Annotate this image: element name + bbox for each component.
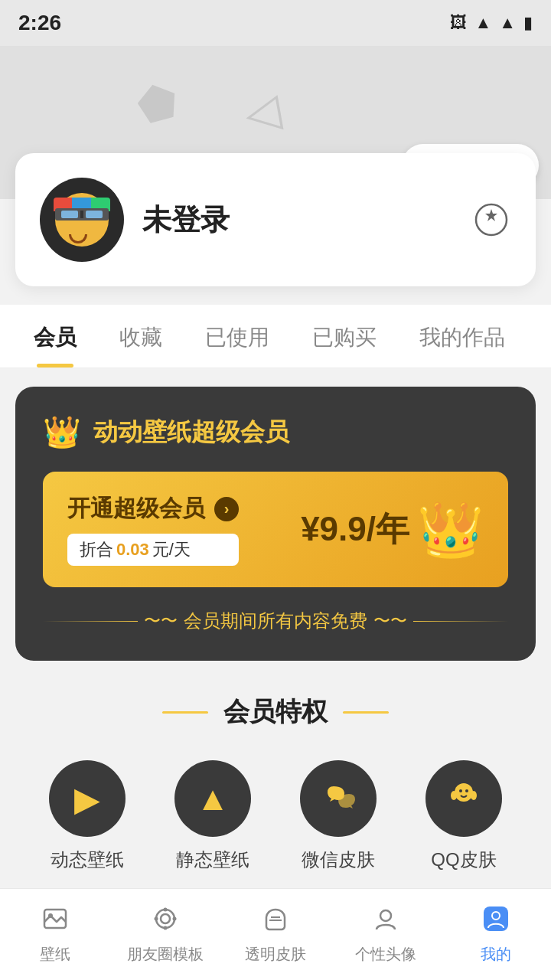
privilege-label-wechat: 微信皮肤 [302, 848, 375, 872]
image-icon: 🖼 [450, 13, 467, 33]
vip-footer-left-line [43, 621, 138, 622]
vip-footer-wave-left: 〜〜 [144, 609, 178, 632]
privilege-wechat-skin[interactable]: 微信皮肤 [276, 760, 401, 872]
avatar[interactable] [40, 178, 124, 262]
privileges-title: 会员特权 [223, 694, 328, 730]
dynamic-wallpaper-icon: ▶ [49, 760, 126, 837]
vip-footer: 〜〜 会员期间所有内容免费 〜〜 [43, 609, 508, 633]
vip-arrow-icon: › [214, 497, 239, 521]
vip-price-area: ¥9.9/年 👑 [301, 498, 484, 561]
tab-used[interactable]: 已使用 [184, 305, 291, 368]
privileges-title-row: 会员特权 [0, 694, 551, 730]
svg-point-4 [465, 789, 468, 792]
svg-point-13 [155, 916, 158, 920]
nav-friend-circle-icon [152, 905, 179, 939]
svg-marker-1 [485, 209, 497, 221]
vip-header: 👑 动动壁纸超级会员 [43, 414, 508, 450]
svg-point-2 [455, 783, 473, 802]
svg-point-15 [380, 910, 391, 921]
status-icons: 🖼 ▲ ▲ ▮ [450, 13, 533, 33]
profile-name: 未登录 [142, 201, 453, 240]
vip-upgrade-button[interactable]: 开通超级会员 › 折合 0.03 元/天 ¥9.9/年 👑 [43, 472, 508, 587]
wifi-icon: ▲ [474, 13, 491, 33]
vip-title: 动动壁纸超级会员 [93, 416, 289, 449]
nav-friend-circle[interactable]: 朋友圈模板 [110, 905, 220, 965]
bottom-nav: 壁纸 朋友圈模板 透明皮肤 [0, 888, 551, 980]
profile-info: 未登录 [142, 201, 453, 240]
tab-purchased[interactable]: 已购买 [291, 305, 398, 368]
svg-point-10 [161, 914, 170, 923]
nav-avatar-icon [372, 905, 399, 939]
bg-decoration-2: ◁ [240, 82, 284, 141]
privilege-static-wallpaper[interactable]: ▲ 静态壁纸 [150, 760, 276, 872]
vip-section: 👑 动动壁纸超级会员 开通超级会员 › 折合 0.03 元/天 ¥9.9/年 👑 [15, 387, 536, 661]
vip-crown-big-icon: 👑 [417, 498, 484, 561]
privilege-qq-skin[interactable]: QQ皮肤 [401, 760, 527, 872]
vip-price: ¥9.9/年 [301, 507, 409, 552]
nav-mine-icon [482, 905, 510, 939]
privileges-right-line [343, 711, 389, 714]
nav-mine-label: 我的 [481, 944, 511, 965]
nav-wallpaper[interactable]: 壁纸 [0, 905, 110, 965]
nav-mine[interactable]: 我的 [441, 905, 551, 965]
svg-point-14 [173, 916, 177, 920]
nav-wallpaper-label: 壁纸 [40, 944, 70, 965]
privilege-label-qq: QQ皮肤 [431, 848, 496, 872]
nav-transparent-skin-icon [262, 905, 289, 939]
vip-footer-text: 会员期间所有内容免费 [184, 609, 367, 633]
status-time: 2:26 [18, 11, 61, 35]
wechat-skin-icon [300, 760, 377, 837]
tabs-container: 会员 收藏 已使用 已购买 我的作品 [0, 305, 551, 368]
vip-discount-label: 折合 0.03 元/天 [67, 534, 239, 566]
tab-favorites[interactable]: 收藏 [98, 305, 184, 368]
vip-footer-wave-right: 〜〜 [373, 609, 407, 632]
status-bar: 2:26 🖼 ▲ ▲ ▮ [0, 0, 551, 46]
svg-point-5 [451, 791, 457, 800]
signal-icon: ▲ [499, 13, 516, 33]
qq-skin-icon [425, 760, 502, 837]
battery-icon: ▮ [523, 13, 533, 33]
nav-avatar-label: 个性头像 [355, 944, 416, 965]
bg-decoration-1: ⬟ [132, 72, 184, 134]
static-wallpaper-icon: ▲ [174, 760, 251, 837]
profile-card: 未登录 [15, 153, 536, 286]
nav-transparent-skin[interactable]: 透明皮肤 [220, 905, 331, 965]
settings-button[interactable] [471, 200, 511, 240]
privilege-label-static: 静态壁纸 [176, 848, 249, 872]
tab-member[interactable]: 会员 [12, 305, 98, 368]
nav-wallpaper-icon [41, 905, 69, 939]
vip-discount-num: 0.03 [116, 540, 149, 560]
svg-point-3 [459, 789, 462, 792]
nav-friend-circle-label: 朋友圈模板 [127, 944, 204, 965]
svg-point-12 [164, 926, 168, 929]
vip-btn-title: 开通超级会员 › [67, 493, 239, 524]
privileges-left-line [162, 711, 208, 714]
nav-avatar[interactable]: 个性头像 [331, 905, 441, 965]
vip-footer-right-line [413, 621, 508, 622]
tab-works[interactable]: 我的作品 [398, 305, 527, 368]
vip-btn-left: 开通超级会员 › 折合 0.03 元/天 [67, 493, 239, 566]
svg-point-8 [48, 913, 53, 918]
svg-point-11 [164, 907, 168, 911]
vip-crown-icon: 👑 [43, 414, 81, 450]
privilege-dynamic-wallpaper[interactable]: ▶ 动态壁纸 [24, 760, 150, 872]
nav-transparent-skin-label: 透明皮肤 [245, 944, 306, 965]
svg-point-6 [471, 791, 477, 800]
privilege-label-dynamic: 动态壁纸 [51, 848, 124, 872]
svg-point-9 [156, 910, 174, 928]
